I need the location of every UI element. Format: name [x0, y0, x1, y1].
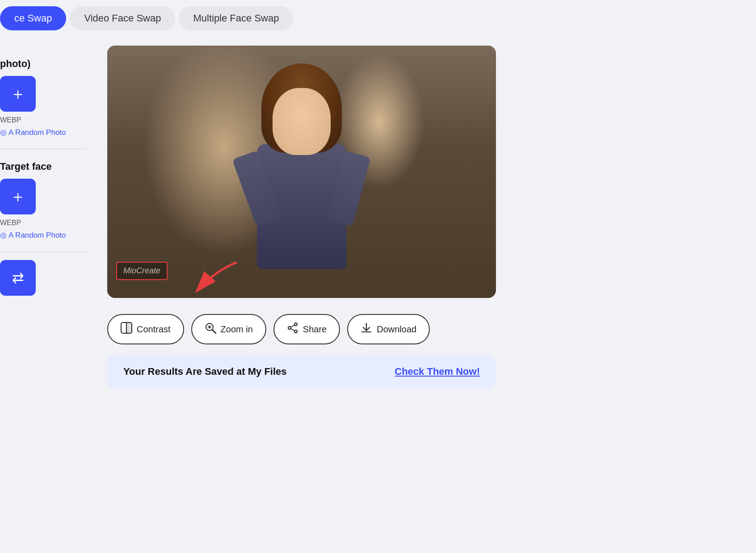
download-icon: [361, 322, 372, 336]
swap-button[interactable]: ⇄: [0, 260, 36, 296]
source-section-label: photo): [0, 58, 88, 70]
upload-icon: ＋: [10, 83, 26, 105]
svg-point-10: [288, 327, 291, 329]
tab-multiple-face-swap[interactable]: Multiple Face Swap: [179, 6, 293, 30]
watermark-text: MioCreate: [123, 266, 160, 275]
tab-bar: ce Swap Video Face Swap Multiple Face Sw…: [0, 0, 756, 37]
target-file-type: WEBP: [0, 219, 88, 227]
target-upload-button[interactable]: ＋: [0, 179, 36, 214]
svg-line-12: [291, 329, 294, 331]
share-button[interactable]: Share: [273, 314, 340, 344]
results-saved-text: Your Results Are Saved at My Files: [123, 366, 287, 377]
download-label: Download: [377, 324, 416, 335]
circle-icon-2: ◎: [0, 230, 7, 240]
contrast-label: Contrast: [137, 324, 171, 335]
contrast-button[interactable]: Contrast: [107, 314, 184, 344]
content-area: MioCreate: [98, 46, 756, 388]
svg-point-9: [294, 330, 297, 333]
share-label: Share: [303, 324, 327, 335]
target-section-label: Target face: [0, 161, 88, 172]
main-layout: photo) ＋ WEBP ◎ A Random Photo Target fa…: [0, 37, 756, 388]
face: [273, 88, 331, 155]
svg-line-11: [291, 325, 294, 327]
svg-point-8: [294, 323, 297, 326]
result-image: MioCreate: [107, 46, 496, 298]
tab-face-swap[interactable]: ce Swap: [0, 6, 66, 30]
zoom-in-button[interactable]: Zoom in: [191, 314, 266, 344]
check-them-now-link[interactable]: Check Them Now!: [395, 366, 480, 377]
result-container: MioCreate: [107, 46, 496, 298]
tab-video-face-swap[interactable]: Video Face Swap: [70, 6, 175, 30]
target-random-photo-link[interactable]: ◎ A Random Photo: [0, 230, 88, 240]
source-file-type: WEBP: [0, 116, 88, 124]
svg-line-5: [212, 330, 216, 333]
source-upload-button[interactable]: ＋: [0, 76, 36, 112]
action-buttons: Contrast Zoom in: [107, 314, 738, 344]
share-icon: [287, 322, 298, 336]
sidebar-divider: [0, 149, 88, 149]
source-random-photo-link[interactable]: ◎ A Random Photo: [0, 128, 88, 137]
person-figure: [217, 63, 386, 278]
contrast-icon: [121, 322, 132, 336]
swap-icon: ⇄: [12, 269, 24, 286]
results-bar: Your Results Are Saved at My Files Check…: [107, 355, 496, 388]
zoom-in-label: Zoom in: [221, 324, 253, 335]
watermark-box: MioCreate: [116, 262, 168, 280]
upload-icon-2: ＋: [10, 186, 26, 208]
sidebar: photo) ＋ WEBP ◎ A Random Photo Target fa…: [0, 46, 98, 388]
download-button[interactable]: Download: [347, 314, 430, 344]
sidebar-divider-2: [0, 251, 88, 252]
circle-icon: ◎: [0, 128, 7, 137]
zoom-icon: [205, 322, 216, 336]
svg-rect-3: [126, 323, 132, 333]
